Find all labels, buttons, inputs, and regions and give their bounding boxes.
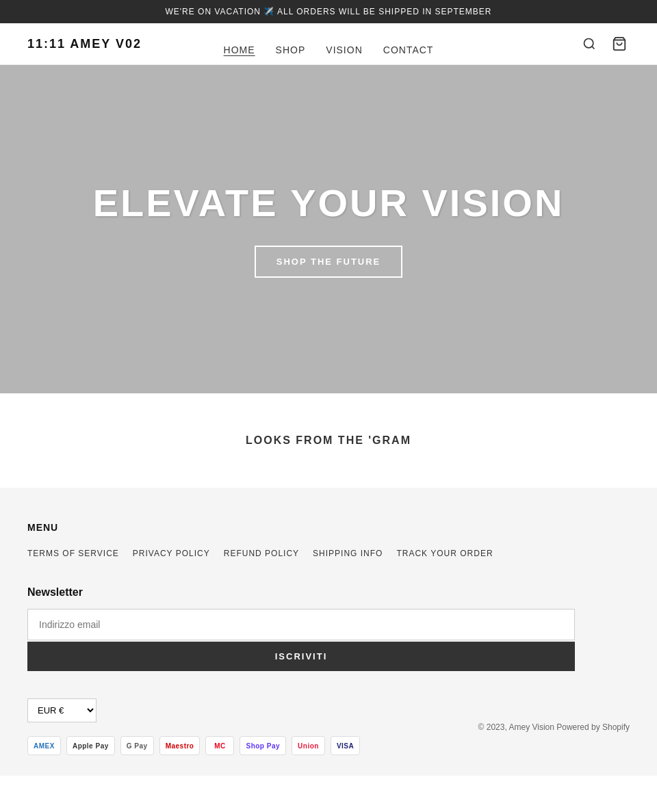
footer-link-terms-of-service[interactable]: TERMS OF SERVICE [27,549,119,558]
shop-the-future-button[interactable]: SHOP THE FUTURE [255,246,403,278]
nav-item-vision[interactable]: VISION [326,44,362,55]
svg-point-0 [584,39,593,48]
newsletter-section: Newsletter ISCRIVITI [27,586,575,671]
payment-icon-maestro: Maestro [159,736,201,755]
newsletter-email-input[interactable] [27,609,575,640]
header: 11:11 AMEY V02 HOMESHOPVISIONCONTACT [0,23,657,65]
footer-link-track-your-order[interactable]: TRACK YOUR ORDER [396,549,493,558]
hero-section: ELEVATE YOUR VISION SHOP THE FUTURE [0,65,657,393]
nav-item-home[interactable]: HOME [224,44,255,55]
gram-section-title: LOOKS FROM THE 'GRAM [27,434,630,447]
footer-bottom: EUR € USD $ GBP £ AMEXApple PayG PayMaes… [27,698,630,755]
payment-icon-g-pay: G Pay [120,736,154,755]
payment-icon-mc: MC [205,736,234,755]
header-icons [580,34,630,54]
footer-menu: MENU TERMS OF SERVICEPRIVACY POLICYREFUN… [27,522,630,559]
payment-icon-shop-pay: Shop Pay [240,736,286,755]
hero-title: ELEVATE YOUR VISION [93,181,565,225]
footer-menu-title: MENU [27,522,630,533]
announcement-text: WE'RE ON VACATION ✈️ ALL ORDERS WILL BE … [165,7,491,16]
gram-section: LOOKS FROM THE 'GRAM [0,393,657,488]
payment-icon-visa: VISA [331,736,360,755]
svg-line-1 [592,47,595,49]
footer-link-shipping-info[interactable]: SHIPPING INFO [313,549,383,558]
cart-button[interactable] [609,34,630,54]
cart-icon [612,36,627,51]
footer-link-privacy-policy[interactable]: PRIVACY POLICY [133,549,210,558]
nav-item-contact[interactable]: CONTACT [383,44,434,55]
footer: MENU TERMS OF SERVICEPRIVACY POLICYREFUN… [0,488,657,776]
search-icon [582,37,596,51]
footer-link-refund-policy[interactable]: REFUND POLICY [224,549,299,558]
nav-item-shop[interactable]: SHOP [276,44,306,55]
payment-icon-union: Union [292,736,325,755]
currency-selector[interactable]: EUR € USD $ GBP £ [27,698,96,722]
copyright-text: © 2023, Amey Vision Powered by Shopify [478,722,630,732]
payment-icon-amex: AMEX [27,736,61,755]
search-button[interactable] [580,34,599,53]
announcement-bar: WE'RE ON VACATION ✈️ ALL ORDERS WILL BE … [0,0,657,23]
newsletter-submit-button[interactable]: ISCRIVITI [27,642,575,671]
payment-icon-apple-pay: Apple Pay [66,736,115,755]
newsletter-title: Newsletter [27,586,575,599]
site-logo[interactable]: 11:11 AMEY V02 [27,37,142,51]
